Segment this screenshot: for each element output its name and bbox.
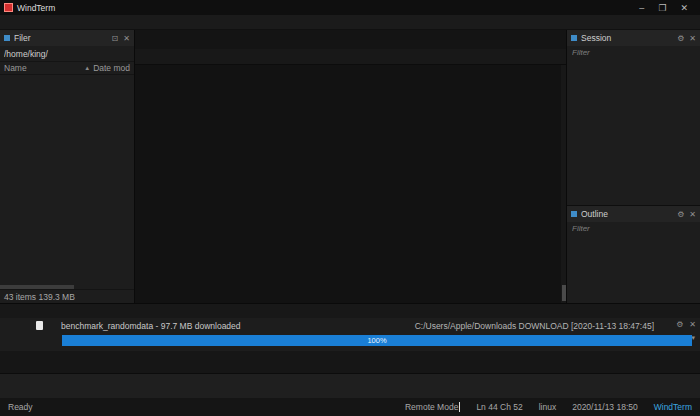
- window-title: WindTerm: [17, 3, 55, 13]
- status-app: WindTerm: [654, 402, 692, 412]
- panel-square-icon: [571, 35, 577, 41]
- sort-ascending-icon: ▲: [84, 65, 90, 71]
- outline-filter-input[interactable]: [572, 224, 695, 233]
- right-sidebar: Session ⚙ ✕ Outline ⚙ ✕: [566, 30, 700, 303]
- column-date[interactable]: Date mod: [93, 63, 130, 73]
- transfer-panel: ⚙ ✕ ▾ benchmark_randomdata - 97.7 MB dow…: [0, 303, 700, 351]
- title-bar: WindTerm – ❐ ✕: [0, 0, 700, 15]
- outline-panel: Outline ⚙ ✕: [567, 206, 700, 303]
- filer-path-bar: /home/king/: [0, 46, 134, 62]
- progress-percent: 100%: [62, 335, 692, 346]
- terminal-output[interactable]: [135, 65, 566, 303]
- status-ready: Ready: [8, 402, 33, 412]
- gear-icon[interactable]: ⚙: [677, 210, 684, 219]
- transfer-file-row: benchmark_randomdata - 97.7 MB downloade…: [0, 318, 700, 333]
- pin-icon[interactable]: ⊡: [112, 34, 119, 43]
- status-mode[interactable]: Remote Mode: [405, 402, 460, 412]
- outline-title: Outline: [581, 209, 672, 219]
- session-title: Session: [581, 33, 672, 43]
- close-icon[interactable]: ✕: [689, 34, 696, 43]
- terminal-scrollbar[interactable]: [561, 65, 566, 303]
- panel-square-icon: [4, 35, 10, 41]
- chevron-down-icon[interactable]: ▾: [691, 334, 695, 342]
- filer-column-headers: Name ▲ Date mod: [0, 62, 134, 75]
- filer-panel: Filer ⊡ ✕ /home/king/ Name ▲ Date mod 43…: [0, 30, 135, 303]
- file-icon: [36, 321, 43, 330]
- outline-list: [567, 235, 700, 303]
- status-datetime: 2020/11/13 18:50: [572, 402, 638, 412]
- status-position[interactable]: Ln 44 Ch 52: [476, 402, 522, 412]
- maximize-button[interactable]: ❐: [658, 3, 666, 13]
- session-tree: [567, 59, 700, 205]
- filer-title: Filer: [14, 33, 107, 43]
- panel-square-icon: [571, 211, 577, 217]
- empty-zone: [0, 351, 700, 373]
- session-panel: Session ⚙ ✕: [567, 30, 700, 206]
- minimize-button[interactable]: –: [639, 3, 644, 13]
- breadcrumb-bar: [135, 49, 566, 65]
- filer-status: 43 items 139.3 MB: [0, 289, 134, 303]
- close-icon[interactable]: ✕: [123, 34, 130, 43]
- close-button[interactable]: ✕: [680, 3, 688, 13]
- app-icon: [4, 3, 13, 12]
- filer-path[interactable]: /home/king/: [4, 49, 130, 59]
- status-bar: Ready Remote Mode Ln 44 Ch 52 linux 2020…: [0, 398, 700, 416]
- close-icon[interactable]: ✕: [689, 320, 696, 329]
- gear-icon[interactable]: ⚙: [676, 320, 683, 329]
- terminal-area: [135, 30, 566, 303]
- session-filter-input[interactable]: [572, 48, 695, 57]
- column-name[interactable]: Name: [4, 63, 84, 73]
- file-list: [0, 75, 134, 285]
- filer-header: Filer ⊡ ✕: [0, 30, 134, 46]
- close-icon[interactable]: ✕: [689, 210, 696, 219]
- menu-bar: [0, 15, 700, 30]
- status-os[interactable]: linux: [539, 402, 556, 412]
- download-progress-bar: 100%: [62, 335, 692, 346]
- filer-horizontal-scrollbar[interactable]: [0, 285, 134, 289]
- transfer-tabs: [0, 304, 700, 318]
- transfer-path: C:/Users/Apple/Downloads DOWNLOAD [2020-…: [415, 321, 654, 331]
- tab-bar: [135, 30, 566, 49]
- transfer-file-text: benchmark_randomdata - 97.7 MB downloade…: [61, 321, 241, 331]
- gear-icon[interactable]: ⚙: [677, 34, 684, 43]
- windterm-window: WindTerm – ❐ ✕ Filer ⊡ ✕ /home/king/ Nam…: [0, 0, 700, 416]
- quick-toolbar: [0, 373, 700, 398]
